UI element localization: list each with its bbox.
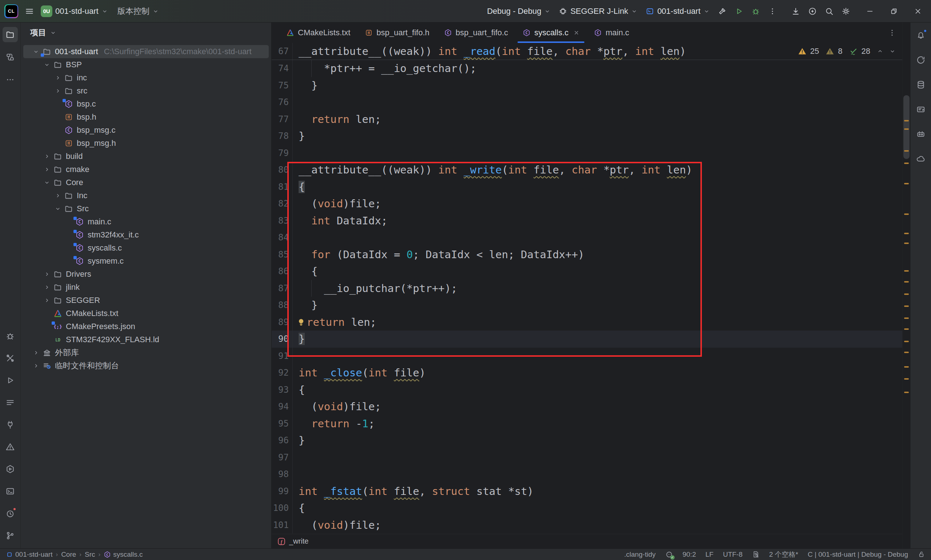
ai-assistant-tool-icon[interactable] (913, 52, 928, 68)
tree-item-src[interactable]: src (23, 85, 269, 97)
line-number[interactable]: 95 (272, 418, 292, 429)
tree-item-bsp_msg.c[interactable]: Cbsp_msg.c (23, 124, 269, 137)
code-text[interactable]: int _close(int file) (293, 366, 425, 379)
code-text[interactable]: __attribute__((weak)) int _read(int file… (293, 45, 686, 57)
code-text[interactable]: { (293, 181, 305, 193)
tree-item--[interactable]: 外部库 (23, 346, 269, 359)
warning-stripe-mark[interactable] (904, 352, 909, 353)
tree-item-SEGGER[interactable]: SEGGER (23, 294, 269, 307)
line-number[interactable]: 76 (272, 97, 292, 107)
line-number[interactable]: 82 (272, 198, 292, 209)
todo-tool-icon[interactable] (3, 395, 18, 410)
tree-item-cmake[interactable]: cmake (23, 163, 269, 176)
line-number[interactable]: 83 (272, 215, 292, 226)
code-line-96[interactable]: 96} (272, 432, 902, 449)
breadcrumb-Core[interactable]: Core (61, 551, 76, 558)
line-number[interactable]: 101 (272, 520, 292, 530)
code-text[interactable]: } (293, 333, 305, 345)
embedded-tools-tool-icon[interactable] (913, 126, 928, 142)
endpoints-tool-icon[interactable] (913, 151, 928, 166)
tree-item-CMakeLists.txt[interactable]: CMakeLists.txt (23, 307, 269, 320)
code-text[interactable]: int DataIdx; (293, 215, 387, 227)
chevron-right-icon[interactable] (31, 349, 41, 356)
device-manager-tool-icon[interactable] (913, 102, 928, 117)
main-menu-icon[interactable] (25, 6, 34, 16)
target-selector[interactable]: 001-std-uart (646, 6, 710, 16)
code-line-79[interactable]: 79 (272, 145, 902, 162)
code-line-90[interactable]: 90} (272, 331, 902, 348)
code-line-89[interactable]: 89return len; (272, 314, 902, 331)
line-number[interactable]: 87 (272, 283, 292, 294)
warning-stripe-mark[interactable] (904, 366, 909, 368)
warning-stripe-mark[interactable] (904, 281, 909, 283)
warning-stripe-mark[interactable] (904, 328, 909, 330)
tree-item-bsp.h[interactable]: Hbsp.h (23, 111, 269, 124)
warning-stripe-mark[interactable] (904, 294, 909, 295)
ai-actions-icon[interactable] (808, 7, 817, 15)
prev-problem-button[interactable] (877, 48, 883, 55)
services-hex-tool-icon[interactable] (3, 462, 18, 477)
project-panel-header[interactable]: 项目 (21, 23, 271, 43)
code-line-99[interactable]: 99int _fstat(int file, struct stat *st) (272, 483, 902, 500)
code-line-80[interactable]: 80__attribute__((weak)) int _write(int f… (272, 162, 902, 178)
line-number[interactable]: 100 (272, 503, 292, 513)
event-log-tool-icon[interactable] (3, 506, 18, 521)
code-text[interactable]: { (293, 384, 305, 396)
code-line-77[interactable]: 77 return len; (272, 111, 902, 128)
line-number[interactable]: 84 (272, 232, 292, 243)
debugger-selector[interactable]: SEGGER J-Link (559, 6, 637, 16)
warning-stripe-mark[interactable] (904, 378, 909, 380)
code-text[interactable]: } (293, 130, 305, 142)
intention-bulb-icon[interactable] (296, 317, 306, 327)
services-plug-tool-icon[interactable] (3, 417, 18, 432)
line-number[interactable]: 93 (272, 385, 292, 395)
line-number[interactable]: 74 (272, 63, 292, 74)
settings-gear-icon[interactable] (842, 7, 850, 15)
code-line-93[interactable]: 93{ (272, 382, 902, 398)
chevron-right-icon[interactable] (53, 88, 63, 94)
warning-stripe-mark[interactable] (904, 317, 909, 319)
next-problem-button[interactable] (889, 48, 896, 55)
code-text[interactable]: *ptr++ = __io_getchar(); (293, 62, 476, 75)
status-run-context[interactable]: C | 001-std-uart | Debug - Debug (808, 551, 908, 558)
code-text[interactable]: { (293, 502, 305, 514)
tab-CMakeLists.txt[interactable]: CMakeLists.txt (279, 23, 357, 43)
tree-item-syscalls.c[interactable]: Csyscalls.c (23, 242, 269, 255)
code-text[interactable]: (void)file; (293, 519, 381, 531)
status-write-access-lock[interactable] (917, 551, 925, 558)
line-number[interactable]: 86 (272, 266, 292, 276)
line-number[interactable]: 92 (272, 368, 292, 378)
code-line-75[interactable]: 75 } (272, 77, 902, 94)
code-line-97[interactable]: 97 (272, 449, 902, 466)
close-tab-icon[interactable] (574, 30, 579, 35)
tree-item-bsp.c[interactable]: Cbsp.c (23, 97, 269, 111)
code-line-95[interactable]: 95 return -1; (272, 415, 902, 432)
warning-stripe-mark[interactable] (904, 270, 909, 272)
code-text[interactable]: } (293, 299, 317, 311)
line-number[interactable]: 77 (272, 114, 292, 125)
chevron-right-icon[interactable] (53, 75, 63, 81)
code-line-78[interactable]: 78} (272, 128, 902, 145)
line-number[interactable]: 99 (272, 486, 292, 496)
warning-stripe-mark[interactable] (904, 305, 909, 307)
chevron-right-icon[interactable] (31, 363, 41, 369)
git-tool-icon[interactable] (3, 528, 18, 543)
warning-stripe-mark[interactable] (904, 128, 909, 130)
tab-overflow-menu-icon[interactable] (888, 28, 896, 37)
status-copilot-status[interactable]: ✓ (665, 551, 673, 558)
warning-stripe-mark[interactable] (904, 120, 909, 122)
database-tool-icon[interactable] (913, 77, 928, 92)
status-clang-tidy[interactable]: .clang-tidy (624, 551, 656, 558)
tree-item-main.c[interactable]: Cmain.c (23, 215, 269, 228)
code-line-92[interactable]: 92int _close(int file) (272, 365, 902, 382)
chevron-down-icon[interactable] (53, 205, 63, 212)
chevron-right-icon[interactable] (42, 284, 52, 291)
tree-item-Drivers[interactable]: Drivers (23, 268, 269, 281)
tree-item-CMakePresets.json[interactable]: {;}CMakePresets.json (23, 320, 269, 333)
line-number[interactable]: 97 (272, 452, 292, 463)
run-tool-tool-icon[interactable] (3, 373, 18, 388)
code-line-91[interactable]: 91 (272, 348, 902, 365)
status-indent-style[interactable]: 2 个空格* (769, 550, 798, 559)
inspections-widget[interactable]: 25 8 28 (798, 43, 896, 60)
chevron-right-icon[interactable] (42, 271, 52, 277)
